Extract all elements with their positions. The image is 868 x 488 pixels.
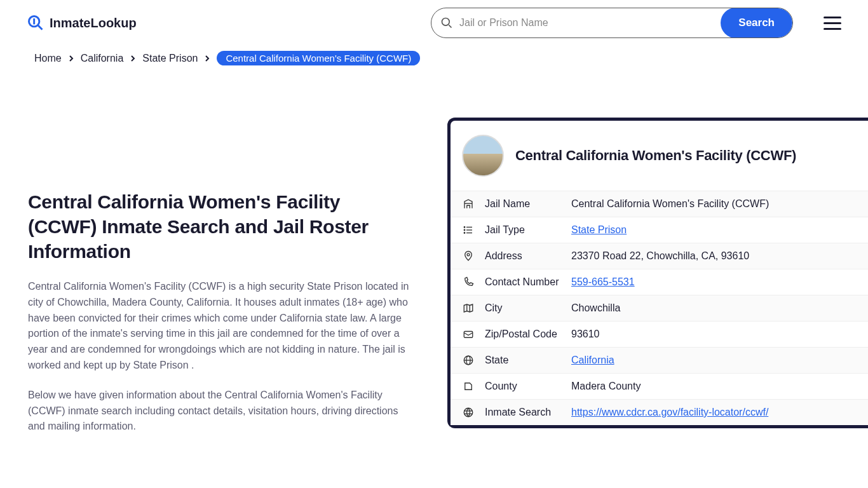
info-row: Inmate Searchhttps://www.cdcr.ca.gov/fac… — [451, 399, 868, 425]
map-icon — [462, 302, 475, 315]
row-value: Central California Women's Facility (CCW… — [571, 198, 769, 210]
row-label: Contact Number — [485, 276, 561, 288]
breadcrumb: Home California State Prison Central Cal… — [0, 46, 868, 78]
breadcrumb-home[interactable]: Home — [34, 53, 62, 64]
row-label: Address — [485, 250, 561, 262]
chevron-right-icon — [204, 53, 210, 64]
row-value: Madera County — [571, 381, 641, 392]
svg-point-12 — [467, 254, 470, 256]
web-icon — [462, 406, 475, 419]
row-value: Chowchilla — [571, 302, 620, 314]
shape-icon — [462, 380, 475, 393]
row-value[interactable]: California — [571, 355, 614, 366]
breadcrumb-current: Central California Women's Facility (CCW… — [217, 51, 420, 65]
facility-avatar — [462, 135, 504, 177]
row-value[interactable]: https://www.cdcr.ca.gov/facility-locator… — [571, 407, 768, 418]
logo-icon — [27, 14, 44, 32]
chevron-right-icon — [130, 53, 136, 64]
row-value[interactable]: 559-665-5531 — [571, 276, 635, 288]
logo[interactable]: InmateLookup — [27, 14, 137, 32]
svg-point-19 — [464, 408, 473, 417]
svg-line-1 — [38, 25, 43, 30]
row-label: Jail Type — [485, 224, 561, 236]
globe-icon — [462, 354, 475, 367]
breadcrumb-state-prison[interactable]: State Prison — [142, 53, 198, 64]
search-icon — [440, 17, 453, 29]
row-label: Inmate Search — [485, 407, 561, 418]
info-row: CityChowchilla — [451, 295, 868, 321]
row-value[interactable]: State Prison — [571, 224, 627, 236]
info-row: StateCalifornia — [451, 347, 868, 373]
svg-rect-15 — [464, 332, 473, 338]
header: InmateLookup Search — [0, 0, 868, 46]
svg-line-5 — [449, 25, 451, 27]
info-row: Address23370 Road 22, Chowchilla, CA, 93… — [451, 243, 868, 269]
svg-point-10 — [464, 229, 465, 231]
page-title: Central California Women's Facility (CCW… — [28, 189, 409, 264]
search-button[interactable]: Search — [721, 8, 792, 38]
row-label: City — [485, 302, 561, 314]
svg-point-4 — [442, 18, 450, 26]
card-rows: Jail NameCentral California Women's Faci… — [451, 191, 868, 425]
phone-icon — [462, 276, 475, 288]
search-container: Search — [431, 8, 793, 38]
main-content: Central California Women's Facility (CCW… — [0, 78, 868, 449]
info-card: Central California Women's Facility (CCW… — [447, 118, 868, 428]
mail-icon — [462, 328, 475, 341]
row-label: Zip/Postal Code — [485, 329, 561, 340]
list-icon — [462, 224, 475, 236]
info-row: Jail NameCentral California Women's Faci… — [451, 191, 868, 217]
menu-icon[interactable] — [824, 17, 841, 30]
svg-point-11 — [464, 233, 465, 234]
row-label: County — [485, 381, 561, 392]
right-column: Central California Women's Facility (CCW… — [447, 78, 868, 428]
info-row: Contact Number559-665-5531 — [451, 269, 868, 295]
description-p2: Below we have given information about th… — [28, 388, 409, 435]
search-input[interactable] — [459, 17, 712, 29]
card-title: Central California Women's Facility (CCW… — [515, 147, 796, 164]
header-right: Search — [431, 8, 841, 38]
search-input-wrap — [431, 17, 721, 29]
pin-icon — [462, 250, 475, 262]
row-value: 23370 Road 22, Chowchilla, CA, 93610 — [571, 250, 749, 262]
description-p1: Central California Women's Facility (CCW… — [28, 279, 409, 374]
left-column: Central California Women's Facility (CCW… — [28, 78, 409, 449]
svg-point-9 — [464, 227, 465, 228]
info-row: CountyMadera County — [451, 373, 868, 399]
row-label: Jail Name — [485, 198, 561, 210]
card-header: Central California Women's Facility (CCW… — [451, 121, 868, 191]
row-value: 93610 — [571, 329, 600, 340]
breadcrumb-california[interactable]: California — [81, 53, 124, 64]
info-row: Jail TypeState Prison — [451, 217, 868, 243]
info-row: Zip/Postal Code93610 — [451, 321, 868, 347]
building-icon — [462, 198, 475, 210]
row-label: State — [485, 355, 561, 366]
chevron-right-icon — [68, 53, 74, 64]
logo-text: InmateLookup — [50, 16, 137, 30]
